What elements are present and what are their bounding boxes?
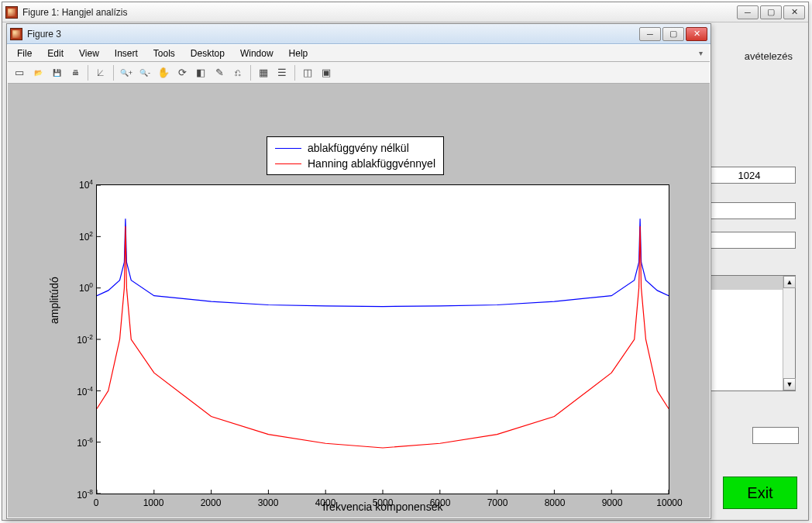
matlab-icon bbox=[5, 6, 18, 19]
minimize-button[interactable]: ─ bbox=[639, 27, 661, 41]
zoom-out-icon[interactable]: 🔍- bbox=[136, 64, 153, 81]
minimize-button[interactable]: ─ bbox=[737, 5, 759, 19]
menu-corner-icon[interactable]: ▾ bbox=[694, 49, 707, 57]
y-tick: 102 bbox=[62, 230, 93, 243]
print-icon[interactable]: 🖶 bbox=[67, 64, 84, 81]
pan-icon[interactable]: ✋ bbox=[155, 64, 172, 81]
new-icon[interactable]: ▭ bbox=[11, 64, 28, 81]
field-1024[interactable]: 1024 bbox=[703, 167, 796, 184]
show-plot-icon[interactable]: ▣ bbox=[318, 64, 335, 81]
legend[interactable]: ablakfüggvény nélkülHanning ablakfüggvén… bbox=[267, 136, 444, 175]
field-blank-3[interactable] bbox=[752, 427, 799, 444]
colorbar-icon[interactable]: ▦ bbox=[255, 64, 272, 81]
plot-svg bbox=[97, 185, 669, 494]
toolbar-separator bbox=[88, 65, 88, 81]
link-icon[interactable]: ⎌ bbox=[229, 64, 246, 81]
list-scrollbar[interactable]: ▲ ▼ bbox=[783, 276, 795, 391]
y-tick: 10-6 bbox=[62, 436, 93, 449]
open-icon[interactable]: 📂 bbox=[29, 64, 46, 81]
figure3-body: FileEditViewInsertToolsDesktopWindowHelp… bbox=[8, 45, 710, 518]
menu-edit[interactable]: Edit bbox=[41, 46, 70, 60]
save-icon[interactable]: 💾 bbox=[48, 64, 65, 81]
rotate-icon[interactable]: ⟳ bbox=[174, 64, 191, 81]
menu-file[interactable]: File bbox=[11, 46, 38, 60]
series-line bbox=[97, 226, 669, 448]
exit-button[interactable]: Exit bbox=[723, 477, 797, 509]
legend-label: Hanning ablakfüggvénnyel bbox=[308, 156, 435, 171]
toolbar-separator bbox=[250, 65, 251, 81]
menu-window[interactable]: Window bbox=[234, 46, 280, 60]
zoom-in-icon[interactable]: 🔍+ bbox=[118, 64, 135, 81]
axes[interactable] bbox=[96, 184, 669, 494]
y-tick: 10-2 bbox=[62, 333, 93, 346]
label-avetelez: avételezés bbox=[745, 50, 793, 62]
scroll-up-icon[interactable]: ▲ bbox=[783, 276, 796, 288]
scroll-down-icon[interactable]: ▼ bbox=[783, 378, 796, 391]
figure3-window: Figure 3 ─ ▢ ✕ FileEditViewInsertToolsDe… bbox=[6, 23, 711, 519]
menu-insert[interactable]: Insert bbox=[108, 46, 144, 60]
toolbar: ▭📂💾🖶⟀🔍+🔍-✋⟳◧✎⎌▦☰◫▣ bbox=[8, 62, 710, 84]
menu-view[interactable]: View bbox=[73, 46, 105, 60]
pointer-icon[interactable]: ⟀ bbox=[92, 64, 109, 81]
maximize-button[interactable]: ▢ bbox=[662, 27, 684, 41]
maximize-button[interactable]: ▢ bbox=[760, 5, 782, 19]
y-tick: 104 bbox=[62, 178, 93, 191]
close-button[interactable]: ✕ bbox=[783, 5, 805, 19]
series-line bbox=[97, 218, 669, 306]
legend-icon[interactable]: ☰ bbox=[274, 64, 291, 81]
y-axis-label: amplitúdó bbox=[48, 277, 60, 324]
legend-entry: ablakfüggvény nélkül bbox=[275, 140, 435, 156]
legend-swatch bbox=[275, 148, 301, 149]
datacursor-icon[interactable]: ◧ bbox=[192, 64, 209, 81]
figure3-titlebar[interactable]: Figure 3 ─ ▢ ✕ bbox=[7, 24, 710, 44]
y-tick: 100 bbox=[62, 281, 93, 294]
field-blank-1[interactable] bbox=[703, 202, 796, 219]
toolbar-separator bbox=[294, 65, 295, 81]
plot-area: ablakfüggvény nélkülHanning ablakfüggvén… bbox=[19, 91, 699, 507]
toolbar-separator bbox=[113, 65, 114, 81]
menu-desktop[interactable]: Desktop bbox=[184, 46, 231, 60]
figure1-titlebar[interactable]: Figure 1: Hangjel analízis ─ ▢ ✕ bbox=[2, 2, 808, 22]
legend-entry: Hanning ablakfüggvénnyel bbox=[275, 156, 435, 171]
legend-swatch bbox=[275, 163, 301, 164]
hide-plot-icon[interactable]: ◫ bbox=[299, 64, 316, 81]
menu-tools[interactable]: Tools bbox=[147, 46, 181, 60]
figure1-title: Figure 1: Hangjel analízis bbox=[22, 7, 737, 18]
brush-icon[interactable]: ✎ bbox=[211, 64, 228, 81]
y-tick: 10-4 bbox=[62, 385, 93, 397]
close-button[interactable]: ✕ bbox=[686, 27, 707, 41]
matlab-icon bbox=[10, 28, 22, 40]
legend-label: ablakfüggvény nélkül bbox=[308, 140, 409, 156]
menubar: FileEditViewInsertToolsDesktopWindowHelp… bbox=[8, 45, 710, 62]
field-blank-2[interactable] bbox=[703, 232, 796, 249]
figure3-title: Figure 3 bbox=[27, 29, 639, 40]
x-axis-label: frekvencia komponensek bbox=[96, 501, 669, 504]
menu-help[interactable]: Help bbox=[283, 46, 315, 60]
